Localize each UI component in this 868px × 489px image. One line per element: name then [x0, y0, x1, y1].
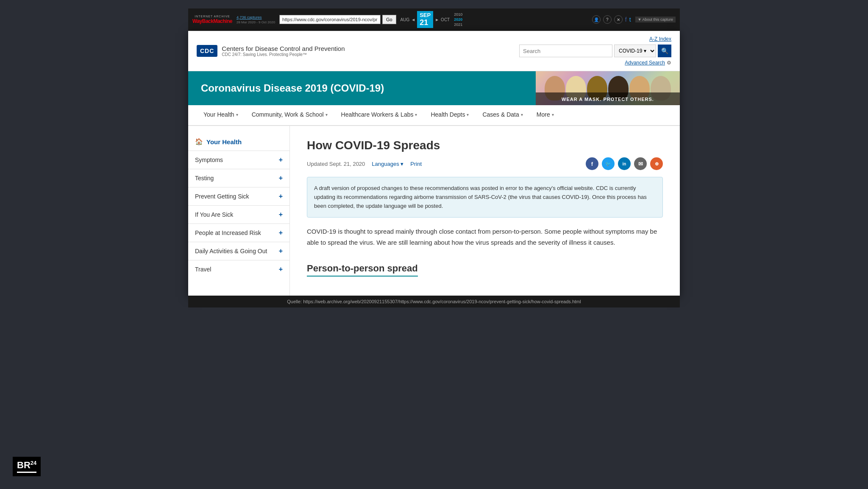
wayback-url-input[interactable]	[279, 15, 381, 24]
article-title: How COVID-19 Spreads	[307, 139, 663, 152]
wayback-next-btn[interactable]: ►	[435, 17, 439, 22]
cdc-header-right: A-Z Index COVID-19 ▾ 🔍 Advanced Search ⚙	[519, 36, 671, 66]
sidebar-item-daily-activities-label: Daily Activities & Going Out	[195, 248, 267, 254]
sidebar-plus-prevent: +	[279, 193, 283, 200]
nav-label-your-health: Your Health	[203, 111, 234, 118]
sidebar-item-testing-label: Testing	[195, 175, 214, 182]
wayback-prev-year: 2010	[454, 12, 462, 17]
cdc-logo: CDC	[197, 45, 217, 57]
sidebar-item-travel-label: Travel	[195, 266, 211, 273]
sidebar-plus-people-risk: +	[279, 229, 283, 237]
nav-chevron-cases-data: ▾	[521, 112, 523, 117]
covid-banner-text-area: Coronavirus Disease 2019 (COVID-19)	[188, 71, 536, 105]
wayback-date-highlight: SEP 21	[417, 11, 433, 28]
sidebar-plus-travel: +	[279, 265, 283, 273]
search-input[interactable]	[519, 45, 612, 57]
nav-item-more[interactable]: More ▾	[530, 105, 561, 125]
mask-overlay: WEAR A MASK. PROTECT OTHERS.	[536, 92, 680, 105]
sidebar-item-if-sick[interactable]: If You Are Sick +	[188, 205, 289, 224]
wayback-date-range: 28 Mar 2020 - 9 Oct 2020	[236, 20, 275, 24]
wayback-facebook-icon[interactable]: f	[625, 16, 627, 23]
gear-icon: ⚙	[667, 60, 671, 66]
bottom-source-bar: Quelle: https://web.archive.org/web/2020…	[188, 296, 680, 307]
nav-item-community[interactable]: Community, Work & School ▾	[245, 105, 334, 125]
nav-label-more: More	[537, 111, 550, 118]
wayback-twitter-icon[interactable]: t	[629, 16, 631, 23]
br24-logo: BR24	[13, 457, 41, 476]
cdc-logo-area: CDC Centers for Disease Control and Prev…	[197, 45, 345, 57]
mask-text: WEAR A MASK. PROTECT OTHERS.	[562, 97, 654, 102]
wayback-help-icon[interactable]: ?	[603, 15, 612, 24]
social-facebook-button[interactable]: f	[586, 157, 598, 170]
alert-box: A draft version of proposed changes to t…	[307, 177, 663, 218]
nav-item-cases-data[interactable]: Cases & Data ▾	[476, 105, 529, 125]
sidebar-plus-if-sick: +	[279, 211, 283, 218]
sidebar-item-people-risk-label: People at Increased Risk	[195, 229, 261, 236]
article-meta: Updated Sept. 21, 2020 Languages ▾ Print…	[307, 157, 663, 170]
br24-underline	[17, 472, 36, 473]
cdc-title-area: Centers for Disease Control and Preventi…	[222, 45, 345, 57]
sidebar-item-travel[interactable]: Travel +	[188, 260, 289, 278]
sidebar: 🏠 Your Health Symptoms + Testing + Preve…	[188, 126, 290, 296]
sidebar-item-prevent[interactable]: Prevent Getting Sick +	[188, 187, 289, 205]
social-linkedin-button[interactable]: in	[618, 157, 631, 170]
cdc-subtitle: CDC 24/7: Saving Lives. Protecting Peopl…	[222, 52, 345, 57]
sidebar-plus-daily-activities: +	[279, 247, 283, 255]
nav-chevron-community: ▾	[326, 112, 328, 117]
nav-label-cases-data: Cases & Data	[482, 111, 519, 118]
social-twitter-button[interactable]: 🐦	[602, 157, 615, 170]
sidebar-item-daily-activities[interactable]: Daily Activities & Going Out +	[188, 242, 289, 260]
sidebar-header-label: Your Health	[206, 138, 242, 145]
sidebar-item-people-risk[interactable]: People at Increased Risk +	[188, 224, 289, 242]
advanced-search-link[interactable]: Advanced Search	[625, 60, 665, 66]
languages-button[interactable]: Languages ▾	[372, 161, 403, 167]
advanced-search-row: Advanced Search ⚙	[625, 60, 671, 66]
wayback-about-btn[interactable]: ▼ About this capture	[635, 17, 676, 22]
sidebar-item-testing[interactable]: Testing +	[188, 169, 289, 187]
search-button[interactable]: 🔍	[658, 45, 671, 57]
nav-item-your-health[interactable]: Your Health ▾	[197, 105, 245, 125]
nav-chevron-your-health: ▾	[236, 112, 238, 117]
sidebar-item-prevent-label: Prevent Getting Sick	[195, 193, 249, 200]
main-content: 🏠 Your Health Symptoms + Testing + Preve…	[188, 126, 680, 296]
cdc-main-title: Centers for Disease Control and Preventi…	[222, 45, 345, 52]
article-body-paragraph: COVID-19 is thought to spread mainly thr…	[307, 226, 663, 248]
sidebar-plus-symptoms: +	[279, 156, 283, 164]
nav-item-health-depts[interactable]: Health Depts ▾	[424, 105, 476, 125]
br24-text: BR24	[17, 460, 36, 470]
az-index-link[interactable]: A-Z Index	[649, 36, 671, 42]
sidebar-header: 🏠 Your Health	[188, 134, 289, 151]
print-link[interactable]: Print	[410, 161, 422, 167]
nav-chevron-healthcare: ▾	[415, 112, 417, 117]
wayback-user-icon[interactable]: 👤	[592, 15, 601, 24]
nav-label-health-depts: Health Depts	[431, 111, 465, 118]
covid-banner-title: Coronavirus Disease 2019 (COVID-19)	[201, 82, 384, 94]
wayback-year-info: 2010 2020 2021	[454, 12, 462, 27]
social-share-button[interactable]: ⊕	[650, 157, 663, 170]
wayback-close-icon[interactable]: ✕	[614, 15, 623, 24]
nav-bar: Your Health ▾ Community, Work & School ▾…	[188, 105, 680, 126]
browser-window: CDC Centers for Disease Control and Prev…	[188, 31, 680, 296]
article-section-heading: Person-to-person spread	[307, 263, 418, 277]
wayback-captures-link[interactable]: 4,736 captures	[236, 15, 275, 20]
wayback-timeline: AUG ◄ SEP 21 ► OCT	[401, 11, 450, 28]
wayback-aug-label: AUG	[401, 17, 410, 22]
sidebar-plus-testing: +	[279, 174, 283, 182]
social-email-button[interactable]: ✉	[634, 157, 647, 170]
search-dropdown[interactable]: COVID-19 ▾	[614, 45, 656, 57]
nav-item-healthcare[interactable]: Healthcare Workers & Labs ▾	[334, 105, 424, 125]
source-label: Quelle: https://web.archive.org/web/2020…	[287, 299, 581, 304]
nav-chevron-health-depts: ▾	[467, 112, 469, 117]
wayback-next-year: 2021	[454, 22, 462, 27]
wayback-logo: INTERNET ARCHIVE WayBackMachine	[192, 15, 232, 25]
wayback-right-icons: 👤 ? ✕ f t	[592, 15, 631, 24]
wayback-current-year: 2020	[454, 17, 462, 22]
wayback-go-button[interactable]: Go	[382, 15, 396, 24]
wayback-url-bar: Go	[279, 15, 396, 24]
alert-text: A draft version of proposed changes to t…	[314, 185, 647, 209]
wayback-oct-label: OCT	[441, 17, 450, 22]
cdc-header: CDC Centers for Disease Control and Prev…	[188, 31, 680, 71]
search-row: COVID-19 ▾ 🔍	[519, 45, 671, 57]
sidebar-item-symptoms-label: Symptoms	[195, 156, 223, 163]
sidebar-item-symptoms[interactable]: Symptoms +	[188, 151, 289, 169]
